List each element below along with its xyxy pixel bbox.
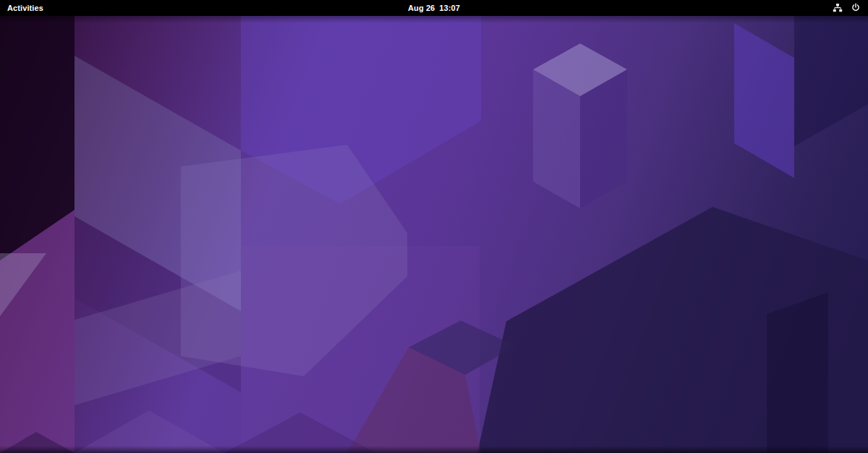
clock-date: Aug 26 xyxy=(408,4,435,12)
desktop-wallpaper xyxy=(0,16,868,453)
gnome-desktop-screen: Activities Aug 26 13:07 xyxy=(0,0,868,453)
power-icon xyxy=(851,3,861,13)
top-bar: Activities Aug 26 13:07 xyxy=(0,0,868,16)
wired-network-icon xyxy=(833,3,843,13)
system-status-area[interactable] xyxy=(825,0,868,16)
clock-button[interactable]: Aug 26 13:07 xyxy=(408,0,460,16)
clock-time: 13:07 xyxy=(439,4,460,12)
activities-button[interactable]: Activities xyxy=(0,0,51,16)
desktop-area xyxy=(0,16,868,453)
